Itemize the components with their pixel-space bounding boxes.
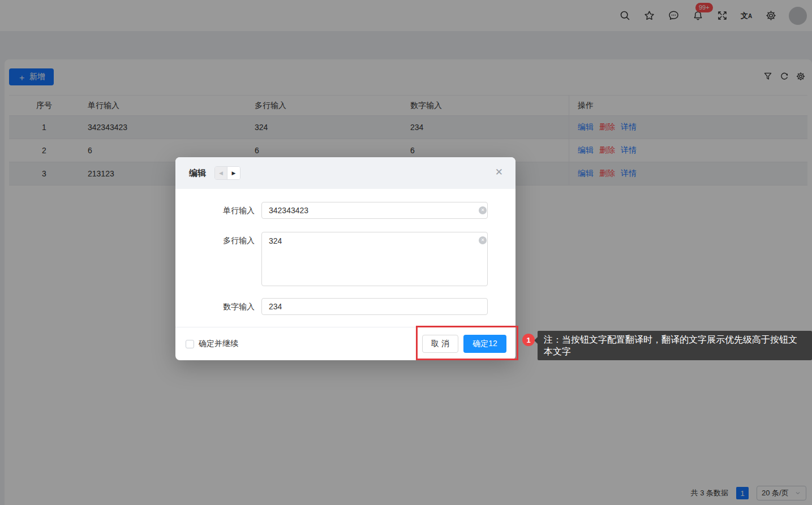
annotation-badge: 1 [522,334,535,346]
confirm-and-continue-checkbox[interactable]: 确定并继续 [186,335,238,352]
record-pager: ◀ ▶ [214,166,240,180]
edit-modal: 编辑 ◀ ▶ ✕ 单行输入 ✕ 多行输入 324 ✕ 数字输入 确定并继续 取 … [175,157,515,360]
field-label-number: 数字输入 [190,298,255,315]
checkbox-label: 确定并继续 [199,339,238,349]
number-input[interactable] [261,298,488,315]
confirm-button[interactable]: 确定12 [463,335,506,353]
field-label-multi: 多行输入 [190,232,255,249]
next-record-icon[interactable]: ▶ [227,167,240,179]
modal-title: 编辑 [189,168,206,179]
close-icon[interactable]: ✕ [494,166,504,178]
annotation-tooltip: 注：当按钮文字配置翻译时，翻译的文字展示优先级高于按钮文本文字 [538,331,812,360]
single-line-input[interactable] [261,202,488,219]
multi-line-input[interactable]: 324 [261,232,488,286]
clear-icon[interactable]: ✕ [479,206,487,214]
clear-icon[interactable]: ✕ [479,236,487,244]
modal-footer: 确定并继续 取 消 确定12 [175,327,515,360]
checkbox-icon[interactable] [186,340,194,348]
cancel-button[interactable]: 取 消 [422,335,458,353]
field-label-single: 单行输入 [190,202,255,219]
modal-header: 编辑 ◀ ▶ ✕ [175,157,515,189]
prev-record-icon[interactable]: ◀ [215,167,227,179]
